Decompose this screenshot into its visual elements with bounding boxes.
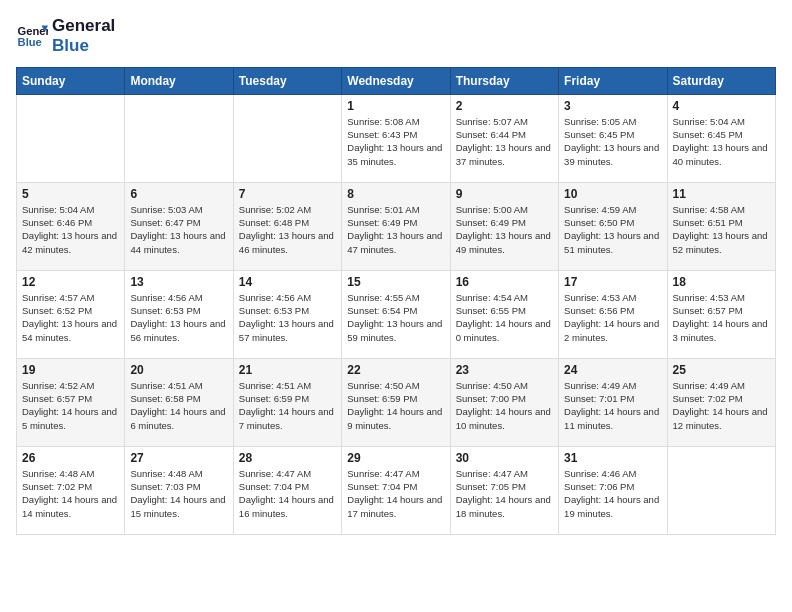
daylight-label: Daylight: 13 hours and 59 minutes. bbox=[347, 318, 442, 342]
calendar-cell: 16 Sunrise: 4:54 AM Sunset: 6:55 PM Dayl… bbox=[450, 270, 558, 358]
day-info: Sunrise: 5:04 AM Sunset: 6:46 PM Dayligh… bbox=[22, 203, 119, 256]
day-info: Sunrise: 4:47 AM Sunset: 7:04 PM Dayligh… bbox=[239, 467, 336, 520]
logo: General Blue General Blue bbox=[16, 16, 115, 57]
daylight-label: Daylight: 14 hours and 18 minutes. bbox=[456, 494, 551, 518]
day-info: Sunrise: 5:07 AM Sunset: 6:44 PM Dayligh… bbox=[456, 115, 553, 168]
sunset-label: Sunset: 6:43 PM bbox=[347, 129, 417, 140]
sunset-label: Sunset: 6:44 PM bbox=[456, 129, 526, 140]
calendar-cell: 2 Sunrise: 5:07 AM Sunset: 6:44 PM Dayli… bbox=[450, 94, 558, 182]
sunrise-label: Sunrise: 4:51 AM bbox=[130, 380, 202, 391]
daylight-label: Daylight: 14 hours and 16 minutes. bbox=[239, 494, 334, 518]
sunset-label: Sunset: 6:58 PM bbox=[130, 393, 200, 404]
daylight-label: Daylight: 14 hours and 12 minutes. bbox=[673, 406, 768, 430]
day-number: 1 bbox=[347, 99, 444, 113]
day-number: 29 bbox=[347, 451, 444, 465]
sunrise-label: Sunrise: 4:58 AM bbox=[673, 204, 745, 215]
sunset-label: Sunset: 6:53 PM bbox=[239, 305, 309, 316]
sunrise-label: Sunrise: 4:47 AM bbox=[347, 468, 419, 479]
day-number: 13 bbox=[130, 275, 227, 289]
calendar-cell: 3 Sunrise: 5:05 AM Sunset: 6:45 PM Dayli… bbox=[559, 94, 667, 182]
calendar-cell bbox=[17, 94, 125, 182]
calendar-week-row: 5 Sunrise: 5:04 AM Sunset: 6:46 PM Dayli… bbox=[17, 182, 776, 270]
day-info: Sunrise: 4:50 AM Sunset: 6:59 PM Dayligh… bbox=[347, 379, 444, 432]
sunset-label: Sunset: 6:45 PM bbox=[673, 129, 743, 140]
day-info: Sunrise: 5:02 AM Sunset: 6:48 PM Dayligh… bbox=[239, 203, 336, 256]
calendar-cell: 26 Sunrise: 4:48 AM Sunset: 7:02 PM Dayl… bbox=[17, 446, 125, 534]
sunset-label: Sunset: 6:49 PM bbox=[456, 217, 526, 228]
sunrise-label: Sunrise: 4:52 AM bbox=[22, 380, 94, 391]
daylight-label: Daylight: 13 hours and 56 minutes. bbox=[130, 318, 225, 342]
calendar-cell: 15 Sunrise: 4:55 AM Sunset: 6:54 PM Dayl… bbox=[342, 270, 450, 358]
sunset-label: Sunset: 6:45 PM bbox=[564, 129, 634, 140]
weekday-header-saturday: Saturday bbox=[667, 67, 775, 94]
calendar-cell: 5 Sunrise: 5:04 AM Sunset: 6:46 PM Dayli… bbox=[17, 182, 125, 270]
day-number: 8 bbox=[347, 187, 444, 201]
day-number: 21 bbox=[239, 363, 336, 377]
sunrise-label: Sunrise: 4:53 AM bbox=[673, 292, 745, 303]
day-number: 12 bbox=[22, 275, 119, 289]
day-number: 24 bbox=[564, 363, 661, 377]
daylight-label: Daylight: 14 hours and 15 minutes. bbox=[130, 494, 225, 518]
day-info: Sunrise: 4:56 AM Sunset: 6:53 PM Dayligh… bbox=[239, 291, 336, 344]
calendar-week-row: 1 Sunrise: 5:08 AM Sunset: 6:43 PM Dayli… bbox=[17, 94, 776, 182]
day-info: Sunrise: 4:57 AM Sunset: 6:52 PM Dayligh… bbox=[22, 291, 119, 344]
day-info: Sunrise: 4:59 AM Sunset: 6:50 PM Dayligh… bbox=[564, 203, 661, 256]
calendar-cell bbox=[125, 94, 233, 182]
sunrise-label: Sunrise: 4:54 AM bbox=[456, 292, 528, 303]
sunrise-label: Sunrise: 4:50 AM bbox=[347, 380, 419, 391]
sunset-label: Sunset: 6:49 PM bbox=[347, 217, 417, 228]
day-info: Sunrise: 4:52 AM Sunset: 6:57 PM Dayligh… bbox=[22, 379, 119, 432]
day-number: 23 bbox=[456, 363, 553, 377]
daylight-label: Daylight: 13 hours and 44 minutes. bbox=[130, 230, 225, 254]
sunset-label: Sunset: 7:06 PM bbox=[564, 481, 634, 492]
daylight-label: Daylight: 13 hours and 40 minutes. bbox=[673, 142, 768, 166]
sunset-label: Sunset: 7:04 PM bbox=[347, 481, 417, 492]
daylight-label: Daylight: 14 hours and 5 minutes. bbox=[22, 406, 117, 430]
calendar-cell: 6 Sunrise: 5:03 AM Sunset: 6:47 PM Dayli… bbox=[125, 182, 233, 270]
day-number: 28 bbox=[239, 451, 336, 465]
day-info: Sunrise: 4:48 AM Sunset: 7:03 PM Dayligh… bbox=[130, 467, 227, 520]
daylight-label: Daylight: 13 hours and 35 minutes. bbox=[347, 142, 442, 166]
day-info: Sunrise: 5:08 AM Sunset: 6:43 PM Dayligh… bbox=[347, 115, 444, 168]
calendar-cell: 22 Sunrise: 4:50 AM Sunset: 6:59 PM Dayl… bbox=[342, 358, 450, 446]
sunset-label: Sunset: 7:02 PM bbox=[673, 393, 743, 404]
svg-text:Blue: Blue bbox=[18, 37, 42, 49]
sunset-label: Sunset: 7:02 PM bbox=[22, 481, 92, 492]
sunrise-label: Sunrise: 4:47 AM bbox=[239, 468, 311, 479]
sunrise-label: Sunrise: 4:51 AM bbox=[239, 380, 311, 391]
sunset-label: Sunset: 6:55 PM bbox=[456, 305, 526, 316]
day-info: Sunrise: 4:47 AM Sunset: 7:04 PM Dayligh… bbox=[347, 467, 444, 520]
day-number: 27 bbox=[130, 451, 227, 465]
sunset-label: Sunset: 6:48 PM bbox=[239, 217, 309, 228]
sunrise-label: Sunrise: 5:01 AM bbox=[347, 204, 419, 215]
day-info: Sunrise: 4:58 AM Sunset: 6:51 PM Dayligh… bbox=[673, 203, 770, 256]
day-number: 16 bbox=[456, 275, 553, 289]
calendar-cell: 23 Sunrise: 4:50 AM Sunset: 7:00 PM Dayl… bbox=[450, 358, 558, 446]
day-number: 19 bbox=[22, 363, 119, 377]
daylight-label: Daylight: 14 hours and 0 minutes. bbox=[456, 318, 551, 342]
day-number: 4 bbox=[673, 99, 770, 113]
calendar-cell: 21 Sunrise: 4:51 AM Sunset: 6:59 PM Dayl… bbox=[233, 358, 341, 446]
daylight-label: Daylight: 14 hours and 19 minutes. bbox=[564, 494, 659, 518]
sunset-label: Sunset: 6:52 PM bbox=[22, 305, 92, 316]
day-number: 18 bbox=[673, 275, 770, 289]
sunset-label: Sunset: 6:54 PM bbox=[347, 305, 417, 316]
sunset-label: Sunset: 7:00 PM bbox=[456, 393, 526, 404]
weekday-header-sunday: Sunday bbox=[17, 67, 125, 94]
day-number: 14 bbox=[239, 275, 336, 289]
sunrise-label: Sunrise: 5:08 AM bbox=[347, 116, 419, 127]
day-number: 5 bbox=[22, 187, 119, 201]
daylight-label: Daylight: 14 hours and 2 minutes. bbox=[564, 318, 659, 342]
daylight-label: Daylight: 14 hours and 3 minutes. bbox=[673, 318, 768, 342]
sunrise-label: Sunrise: 4:56 AM bbox=[130, 292, 202, 303]
calendar-cell: 30 Sunrise: 4:47 AM Sunset: 7:05 PM Dayl… bbox=[450, 446, 558, 534]
calendar-cell bbox=[233, 94, 341, 182]
sunrise-label: Sunrise: 5:00 AM bbox=[456, 204, 528, 215]
daylight-label: Daylight: 13 hours and 39 minutes. bbox=[564, 142, 659, 166]
calendar-cell: 25 Sunrise: 4:49 AM Sunset: 7:02 PM Dayl… bbox=[667, 358, 775, 446]
sunset-label: Sunset: 6:51 PM bbox=[673, 217, 743, 228]
calendar-cell bbox=[667, 446, 775, 534]
sunset-label: Sunset: 7:01 PM bbox=[564, 393, 634, 404]
day-info: Sunrise: 4:51 AM Sunset: 6:59 PM Dayligh… bbox=[239, 379, 336, 432]
calendar-cell: 17 Sunrise: 4:53 AM Sunset: 6:56 PM Dayl… bbox=[559, 270, 667, 358]
